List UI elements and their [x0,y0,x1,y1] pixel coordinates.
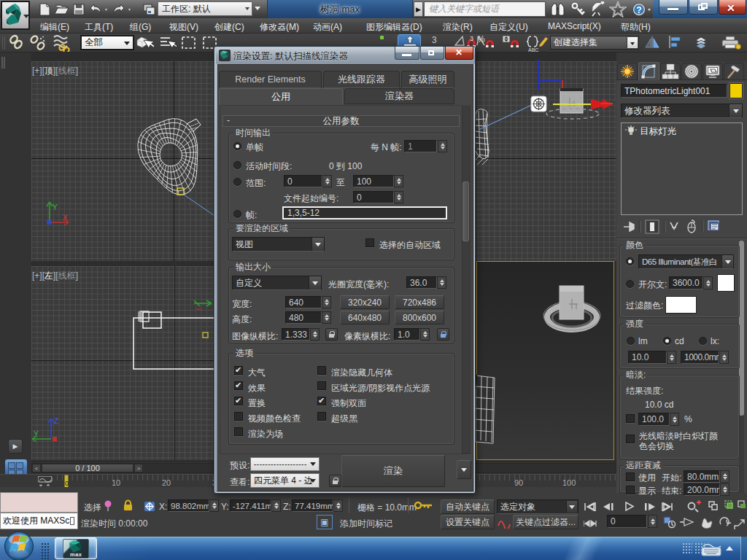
svg-text:%: % [477,34,485,44]
svg-text:Y: Y [34,430,39,438]
svg-text:Y: Y [53,203,58,211]
svg-text:X: X [63,214,68,222]
svg-text:Z: Z [54,417,58,425]
svg-text:?: ? [636,5,641,15]
svg-text:ABC: ABC [528,47,538,52]
svg-text:3: 3 [470,35,473,42]
